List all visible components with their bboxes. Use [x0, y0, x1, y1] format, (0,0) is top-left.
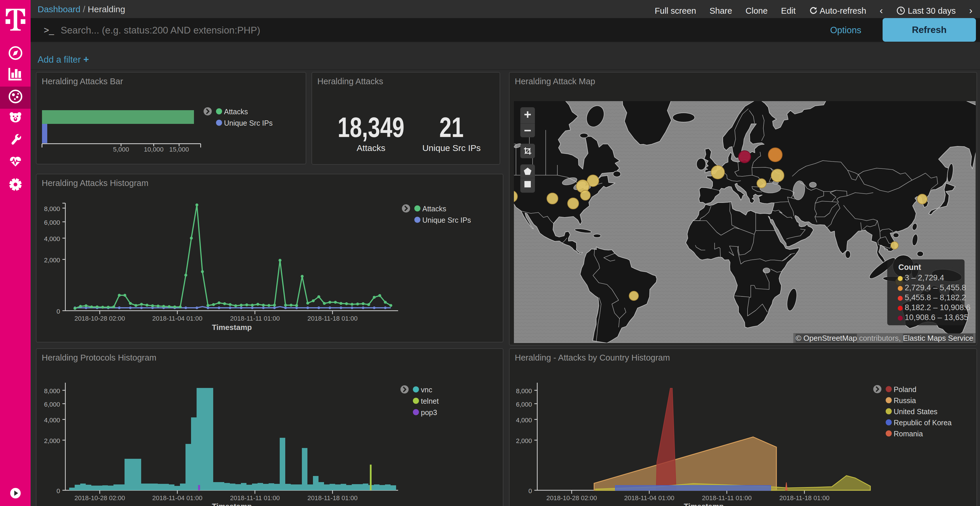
svg-text:8,000: 8,000 [44, 205, 60, 213]
svg-text:2,000: 2,000 [44, 437, 60, 444]
svg-text:2018-11-04 01:00: 2018-11-04 01:00 [152, 315, 202, 322]
svg-text:2018-10-28 02:00: 2018-10-28 02:00 [75, 494, 125, 501]
svg-text:8,000: 8,000 [516, 387, 532, 395]
svg-text:2018-11-11 01:00: 2018-11-11 01:00 [230, 494, 280, 501]
svg-text:pop3: pop3 [421, 408, 437, 417]
svg-text:Russia: Russia [894, 397, 916, 404]
svg-text:Attacks: Attacks [422, 205, 446, 213]
svg-text:telnet: telnet [421, 397, 439, 405]
svg-text:6,000: 6,000 [44, 401, 60, 408]
svg-text:Timestamp: Timestamp [684, 502, 724, 506]
svg-text:2018-11-18 01:00: 2018-11-18 01:00 [307, 315, 358, 322]
svg-text:Unique Src IPs: Unique Src IPs [224, 119, 273, 127]
svg-text:Poland: Poland [894, 385, 916, 393]
svg-text:Unique Src IPs: Unique Src IPs [422, 216, 471, 224]
svg-text:2018-11-04 01:00: 2018-11-04 01:00 [624, 494, 675, 501]
svg-text:2018-11-04 01:00: 2018-11-04 01:00 [152, 494, 202, 501]
svg-text:vnc: vnc [421, 385, 432, 394]
svg-text:5,000: 5,000 [113, 146, 129, 153]
svg-text:2018-11-18 01:00: 2018-11-18 01:00 [780, 494, 829, 501]
svg-text:6,000: 6,000 [44, 219, 60, 226]
svg-text:2018-10-28 02:00: 2018-10-28 02:00 [75, 315, 125, 322]
svg-text:2018-11-11 01:00: 2018-11-11 01:00 [230, 315, 280, 322]
svg-text:2,000: 2,000 [516, 437, 532, 444]
svg-text:0: 0 [528, 487, 532, 495]
svg-text:8,000: 8,000 [44, 387, 60, 395]
svg-text:6,000: 6,000 [516, 401, 532, 408]
svg-text:0: 0 [57, 308, 60, 315]
svg-text:Attacks: Attacks [224, 108, 248, 116]
svg-text:10,000: 10,000 [144, 146, 163, 153]
svg-text:4,000: 4,000 [44, 417, 60, 424]
svg-text:4,000: 4,000 [516, 417, 532, 424]
svg-text:Republic of Korea: Republic of Korea [894, 419, 952, 427]
svg-text:2018-11-18 01:00: 2018-11-18 01:00 [307, 494, 358, 501]
svg-text:4,000: 4,000 [44, 235, 60, 243]
svg-text:Timestamp: Timestamp [212, 502, 252, 506]
svg-text:2018-11-11 01:00: 2018-11-11 01:00 [702, 494, 752, 501]
svg-text:15,000: 15,000 [169, 146, 189, 153]
svg-text:2,000: 2,000 [44, 257, 60, 264]
svg-text:Romania: Romania [894, 430, 923, 438]
svg-text:United States: United States [894, 408, 937, 416]
svg-text:2018-10-28 02:00: 2018-10-28 02:00 [546, 494, 597, 501]
svg-text:Timestamp: Timestamp [212, 323, 252, 332]
svg-text:0: 0 [57, 487, 60, 495]
